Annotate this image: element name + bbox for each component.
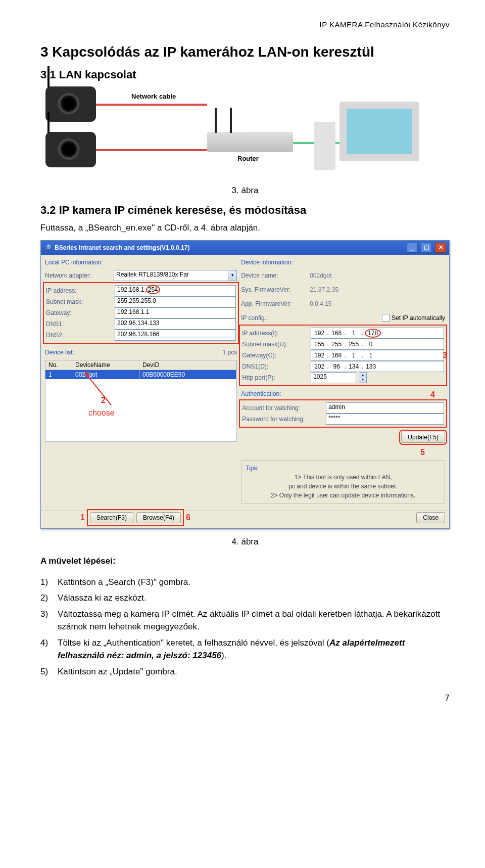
local-dns1-label: DNS1:	[46, 321, 112, 328]
camera-icon	[45, 86, 96, 122]
network-diagram: Network cable Router	[40, 86, 450, 177]
account-label: Account for watching:	[242, 404, 323, 412]
section-title: 3 Kapcsolódás az IP kamerához LAN-on ker…	[40, 44, 450, 60]
annotation-5: 5	[420, 448, 425, 456]
browse-button[interactable]: Browse(F4)	[136, 512, 181, 523]
local-ip-last-octet: 254	[146, 285, 160, 294]
step-5: 5)Kattintson az „Update" gombra.	[40, 665, 450, 678]
ip-oct: 1	[348, 352, 360, 359]
ip-oct: 134	[348, 363, 360, 370]
tip-1b: pc and device is within the same subnet.	[246, 482, 441, 491]
router-icon	[207, 132, 293, 152]
httpport-label: Http port(P):	[242, 374, 308, 381]
step-1: 1)Kattintson a „Search (F3)" gombra.	[40, 576, 450, 589]
minimize-button[interactable]: _	[407, 243, 418, 253]
tips-label: Tips:	[246, 464, 441, 473]
search-button[interactable]: Search(F3)	[90, 512, 133, 523]
appfw-label: App. FirmwareVer:	[241, 300, 307, 307]
appfw-value: 0.0.4.15	[310, 300, 445, 307]
diagram-cable-label: Network cable	[131, 93, 176, 100]
ip-oct: 1	[348, 330, 360, 337]
run-instruction: Futtassa, a „BSearch_en.exe" a CD-ről, a…	[40, 222, 450, 234]
dns1-input[interactable]: 202. 96. 134. 133	[311, 361, 444, 372]
local-ip-label: IP address:	[46, 287, 112, 294]
page-number: 7	[40, 693, 450, 703]
set-ip-auto-label: Set IP automatically	[392, 314, 445, 322]
camera-icon	[45, 132, 96, 167]
step-3: 3)Változtassa meg a kamera IP címét. Az …	[40, 608, 450, 633]
local-mask-label: Subnet mask:	[46, 298, 112, 305]
ip-oct: 0	[365, 341, 377, 348]
ip-oct: 133	[365, 363, 377, 370]
httpport-input[interactable]: 1025	[311, 372, 356, 383]
device-row-selected[interactable]: 1 002dgot 00B60000EE90	[45, 370, 236, 379]
gateway-label: Gateway(G):	[242, 352, 308, 359]
tip-2: 2> Only the legit user can update device…	[246, 491, 441, 500]
svg-marker-1	[85, 373, 90, 378]
sysfw-label: Sys. FirmwareVer:	[241, 286, 307, 293]
gateway-input[interactable]: 192. 168. 1. 1	[311, 350, 444, 361]
cell-id: 00B60000EE90	[139, 370, 236, 379]
annotation-1: 1	[80, 513, 85, 522]
device-table[interactable]: No. DeviceName DevID 1 002dgot 00B60000E…	[45, 360, 237, 442]
annotation-4: 4	[430, 390, 435, 399]
ipconfig-label: IP config.:	[241, 314, 307, 322]
col-devid: DevID	[139, 360, 236, 370]
ip-oct: 255	[330, 341, 343, 348]
ip-oct-last: 178	[365, 329, 381, 338]
step-4: 4)Töltse ki az „Authentication" keretet,…	[40, 636, 450, 662]
device-list-label: Device list:	[45, 349, 74, 356]
close-window-button[interactable]: ✕	[435, 243, 446, 253]
local-mask-field: 255.255.255.0	[115, 296, 236, 307]
local-gateway-label: Gateway:	[46, 309, 112, 316]
account-input[interactable]: admin	[326, 402, 444, 414]
window-title: BSeries Intranet search and settings(V1.…	[55, 244, 189, 251]
diagram-router-label: Router	[237, 155, 259, 162]
figure-4-caption: 4. ábra	[40, 537, 450, 547]
ip-oct: 96	[330, 363, 343, 370]
ipaddr-label: IP address(I):	[242, 330, 308, 337]
col-no: No.	[45, 360, 72, 370]
update-button[interactable]: Update(F5)	[401, 432, 445, 443]
subnet-input[interactable]: 255. 255. 255. 0	[311, 339, 444, 350]
annotation-6: 6	[186, 513, 190, 522]
ip-oct: 255	[348, 341, 360, 348]
close-button[interactable]: Close	[416, 512, 445, 523]
httpport-spinner[interactable]: ▲▼	[359, 372, 367, 383]
ip-oct: 192	[313, 352, 325, 359]
maximize-button[interactable]: ▢	[421, 243, 432, 253]
local-dns1-field: 202.96.134.133	[115, 318, 236, 330]
app-icon: 🔎	[44, 244, 52, 251]
pc-icon	[340, 102, 419, 161]
devname-label: Device name:	[241, 272, 307, 279]
running-header: IP KAMERA Felhasználói Kézikönyv	[40, 20, 450, 29]
dropdown-arrow-icon[interactable]: ▼	[228, 270, 237, 281]
set-ip-auto-checkbox[interactable]	[382, 314, 390, 322]
dns1-label: DNS1(D):	[242, 363, 308, 370]
device-info-label: Device information:	[241, 259, 445, 266]
ip-oct: 255	[313, 341, 325, 348]
ip-oct: 202	[313, 363, 325, 370]
local-gateway-field: 192.168.1.1	[115, 307, 236, 318]
sysfw-value: 21.37.2.35	[310, 286, 445, 293]
subsection-3-2: 3.2 IP kamera IP címének keresése, és mó…	[40, 204, 450, 217]
col-devicename: DeviceName	[72, 360, 139, 370]
titlebar: 🔎 BSeries Intranet search and settings(V…	[41, 241, 449, 255]
ip-oct: 168	[330, 352, 343, 359]
steps-heading: A művelet lépései:	[40, 555, 450, 567]
local-dns2-label: DNS2:	[46, 332, 112, 339]
cell-no: 1	[45, 370, 72, 379]
password-input[interactable]: *****	[326, 414, 444, 425]
ip-oct: 192	[313, 330, 325, 337]
adapter-select[interactable]: Realtek RTL8139/810x Far	[114, 270, 228, 281]
network-cable	[96, 149, 207, 151]
figure-3-caption: 3. ábra	[40, 186, 450, 196]
ip-oct: 168	[330, 330, 343, 337]
steps-list: 1)Kattintson a „Search (F3)" gombra. 2)V…	[40, 576, 450, 678]
ipaddr-input[interactable]: 192. 168. 1. 178	[311, 328, 444, 339]
network-cable	[96, 104, 207, 106]
local-dns2-field: 202.96.128.166	[115, 330, 236, 341]
annotation-arrow-icon	[81, 370, 121, 410]
local-ip-field: 192.168.1.254	[115, 285, 236, 296]
step-2: 2)Válassza ki az eszközt.	[40, 591, 450, 605]
